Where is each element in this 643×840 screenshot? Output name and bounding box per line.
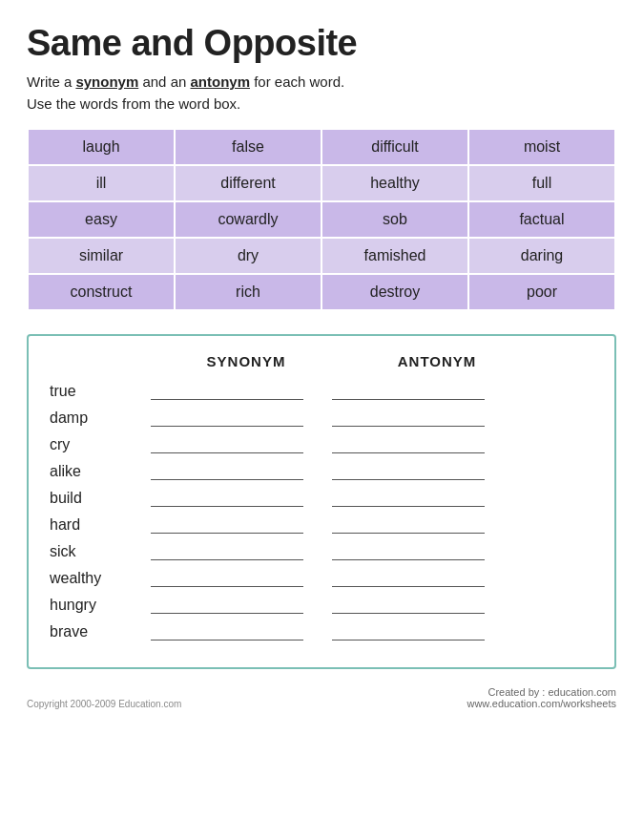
- antonym-line[interactable]: [332, 436, 485, 453]
- word-box-cell: difficult: [322, 129, 468, 165]
- word-box-cell: different: [175, 165, 322, 201]
- exercise-row: cry: [46, 436, 597, 453]
- word-box-cell: easy: [28, 201, 175, 238]
- synonym-line[interactable]: [151, 383, 303, 400]
- exercise-header: SYNONYM ANTONYM: [151, 353, 597, 369]
- word-box-cell: famished: [322, 238, 468, 274]
- synonym-line[interactable]: [151, 490, 303, 507]
- antonym-column-header: ANTONYM: [342, 353, 532, 369]
- antonym-line[interactable]: [332, 463, 485, 480]
- exercise-word-label: sick: [46, 543, 151, 560]
- antonym-line[interactable]: [332, 623, 485, 640]
- website-url: www.education.com/worksheets: [467, 698, 616, 709]
- antonym-line[interactable]: [332, 410, 485, 427]
- footer: Copyright 2000-2009 Education.com Create…: [27, 686, 616, 709]
- created-by: Created by : education.com: [467, 686, 616, 698]
- word-box-cell: rich: [175, 274, 322, 310]
- synonym-line[interactable]: [151, 410, 303, 427]
- antonym-line[interactable]: [332, 490, 485, 507]
- word-box-cell: moist: [468, 129, 615, 165]
- word-box-cell: cowardly: [175, 201, 322, 238]
- antonym-keyword: antonym: [190, 74, 250, 90]
- synonym-line[interactable]: [151, 543, 303, 560]
- instruction-line2: Use the words from the word box.: [27, 95, 240, 112]
- synonym-column-header: SYNONYM: [151, 353, 342, 369]
- word-box-cell: full: [468, 165, 615, 201]
- exercise-word-label: hungry: [46, 597, 151, 614]
- page-title: Same and Opposite: [27, 23, 616, 64]
- exercise-row: build: [46, 490, 597, 507]
- antonym-line[interactable]: [332, 570, 485, 587]
- word-box-cell: sob: [322, 201, 468, 238]
- synonym-line[interactable]: [151, 463, 303, 480]
- synonym-line[interactable]: [151, 516, 303, 534]
- exercise-row: wealthy: [46, 570, 597, 587]
- synonym-line[interactable]: [151, 436, 303, 453]
- synonym-keyword: synonym: [75, 74, 138, 90]
- exercise-row: hard: [46, 516, 597, 534]
- word-box-cell: dry: [175, 238, 322, 274]
- synonym-line[interactable]: [151, 570, 303, 587]
- antonym-line[interactable]: [332, 516, 485, 534]
- instructions: Write a synonym and an antonym for each …: [27, 72, 616, 115]
- exercise-word-label: true: [46, 383, 151, 400]
- word-box-cell: similar: [28, 238, 175, 274]
- word-box-cell: ill: [28, 165, 175, 201]
- word-box-cell: daring: [468, 238, 615, 274]
- word-box-cell: false: [175, 129, 322, 165]
- antonym-line[interactable]: [332, 383, 485, 400]
- word-box-cell: poor: [468, 274, 615, 310]
- exercise-row: alike: [46, 463, 597, 480]
- exercise-row: sick: [46, 543, 597, 560]
- word-box-cell: destroy: [322, 274, 468, 310]
- instruction-text-2: and an: [138, 74, 190, 90]
- exercise-word-label: alike: [46, 463, 151, 480]
- brand-info: Created by : education.com www.education…: [467, 686, 616, 709]
- instruction-text-3: for each word.: [250, 74, 344, 90]
- word-box-table: laughfalsedifficultmoistilldifferentheal…: [27, 128, 616, 311]
- word-box-cell: construct: [28, 274, 175, 310]
- exercise-box: SYNONYM ANTONYM truedampcryalikebuildhar…: [27, 334, 616, 669]
- exercise-word-label: wealthy: [46, 570, 151, 587]
- word-box-cell: healthy: [322, 165, 468, 201]
- word-box-cell: factual: [468, 201, 615, 238]
- instruction-text-1: Write a: [27, 74, 75, 90]
- exercise-row: brave: [46, 623, 597, 640]
- exercise-word-label: cry: [46, 436, 151, 453]
- exercise-word-label: hard: [46, 516, 151, 534]
- synonym-line[interactable]: [151, 623, 303, 640]
- word-box-cell: laugh: [28, 129, 175, 165]
- antonym-line[interactable]: [332, 543, 485, 560]
- exercise-word-label: damp: [46, 410, 151, 427]
- exercise-word-label: brave: [46, 623, 151, 640]
- exercise-row: damp: [46, 410, 597, 427]
- exercise-row: hungry: [46, 597, 597, 614]
- exercise-word-label: build: [46, 490, 151, 507]
- synonym-line[interactable]: [151, 597, 303, 614]
- antonym-line[interactable]: [332, 597, 485, 614]
- exercise-row: true: [46, 383, 597, 400]
- copyright-text: Copyright 2000-2009 Education.com: [27, 699, 181, 709]
